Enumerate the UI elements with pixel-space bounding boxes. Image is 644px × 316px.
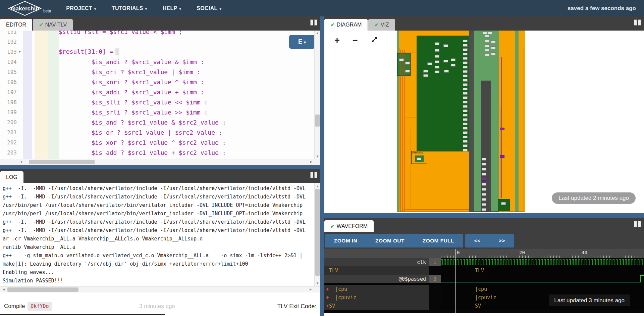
zoom-out-icon[interactable]: − <box>353 35 358 45</box>
scroll-up-icon[interactable]: ▲ <box>315 184 320 188</box>
scroll-left-icon[interactable]: ◄ <box>19 160 23 164</box>
navbar: makerchip beta PROJECT▾TUTORIALS▾HELP▾SO… <box>0 0 644 16</box>
scroll-down-icon[interactable]: ▼ <box>315 281 320 285</box>
zoom-in-icon[interactable]: + <box>334 35 340 45</box>
scroll-right-icon[interactable]: ► <box>309 287 312 291</box>
log-horizontal-scrollbar[interactable]: ◄ ► <box>0 286 320 292</box>
logic-cell-chip <box>463 75 468 77</box>
tab-log[interactable]: LOG <box>0 171 23 183</box>
log-line: g++ -I. -MMD -I/usr/local/share/verilato… <box>3 226 313 235</box>
logic-cell-chip <box>463 118 468 121</box>
scroll-left-icon[interactable]: ◄ <box>2 287 5 291</box>
expand-plus-icon[interactable]: + <box>326 286 329 292</box>
logic-cell-chip <box>463 140 468 143</box>
scope-plot-label: |cpu <box>475 286 487 292</box>
tab-viz[interactable]: ✔ VIZ <box>368 19 395 31</box>
ruler-ticks <box>441 256 644 258</box>
chevron-down-icon: ▾ <box>220 7 222 11</box>
log-output[interactable]: g++ -I. -MMD -I/usr/local/share/verilato… <box>0 183 320 286</box>
code-line: 193▾$result[31:0] = <box>0 47 314 57</box>
wave-row-cpu[interactable]: +|cpu|cpu <box>324 285 644 293</box>
log-vertical-scrollbar[interactable]: ▲ ▼ <box>314 183 320 286</box>
zoom-full-button[interactable]: ZOOM FULL <box>414 234 463 247</box>
tab-diagram[interactable]: ✔ DIAGRAM <box>324 19 368 31</box>
logic-cell-chip <box>463 109 468 112</box>
scroll-down-icon[interactable]: ▼ <box>315 154 320 158</box>
logic-cell-chip <box>463 40 468 42</box>
circuit-diagram-canvas[interactable]: /imem[9:0] <box>397 31 525 212</box>
logic-cell-chip <box>463 66 468 69</box>
wave-row-clk[interactable]: clk1 <box>324 258 644 266</box>
waveform-last-updated-badge: Last updated 3 minutes ago <box>549 295 630 306</box>
logic-cell-chip <box>444 70 449 73</box>
diagram-last-updated-badge: Last updated 2 minutes ago <box>552 192 636 204</box>
logic-cell-chip <box>463 131 468 134</box>
editor-vscroll-thumb[interactable] <box>315 115 320 127</box>
expand-plus-icon[interactable]: + <box>326 295 329 300</box>
panel-vertical-divider[interactable] <box>320 16 324 316</box>
log-vscroll-thumb[interactable] <box>315 189 320 276</box>
editor-horizontal-scrollbar[interactable]: ◄ ► <box>0 159 320 165</box>
logic-cell-chip <box>435 55 439 58</box>
pan-left-button[interactable]: << <box>465 234 490 247</box>
compile-id-chip[interactable]: DkfYDo <box>28 302 52 311</box>
expand-plus-icon[interactable]: + <box>326 303 329 309</box>
fold-caret-icon[interactable]: ▾ <box>17 50 23 54</box>
time-cursor[interactable] <box>455 249 456 313</box>
diagram-waveform-divider[interactable] <box>324 213 644 218</box>
tab-waveform[interactable]: ✔ WAVEFORM <box>324 220 374 232</box>
menu-project[interactable]: PROJECT▾ <box>66 5 96 11</box>
split-columns-icon[interactable] <box>310 19 317 26</box>
editor-log-divider[interactable] <box>0 165 320 169</box>
code-line: 200 $is_and ? $src1_value & $src2_value … <box>0 117 314 127</box>
menu-social[interactable]: SOCIAL▾ <box>197 5 221 11</box>
split-columns-icon[interactable] <box>310 172 317 178</box>
pan-right-button[interactable]: >> <box>490 234 514 247</box>
tab-nav-tlv[interactable]: ✔ NAV-TLV <box>33 19 73 31</box>
tab-editor[interactable]: EDITOR <box>0 19 32 31</box>
makerchip-logo[interactable]: makerchip beta <box>7 1 51 16</box>
code-editor[interactable]: 191$sltiu_rslt = $src1_value < $imm ;192… <box>0 31 320 159</box>
logic-cell-chip <box>485 49 490 52</box>
expand-icon[interactable] <box>371 35 378 45</box>
menu-tutorials[interactable]: TUTORIALS▾ <box>112 5 147 11</box>
logic-cell-chip-selected <box>500 128 504 130</box>
logic-cell-chip <box>451 58 455 61</box>
zoom-in-button[interactable]: ZOOM IN <box>325 234 366 247</box>
split-columns-icon[interactable] <box>634 221 641 227</box>
signal-value: 1 <box>429 258 441 266</box>
check-icon: ✔ <box>330 223 335 229</box>
waveform-viewer[interactable]: 02040 clk1-TLVTLV@0$passed0+|cpu|cpu+|cp… <box>324 249 644 313</box>
scroll-right-icon[interactable]: ► <box>310 160 313 164</box>
split-columns-icon[interactable] <box>634 19 641 26</box>
logic-cell-chip <box>463 149 468 151</box>
editor-vertical-scrollbar[interactable]: ▲ ▼ <box>314 31 320 159</box>
editor-hscroll-thumb[interactable] <box>29 160 95 164</box>
menu-help[interactable]: HELP▾ <box>163 5 181 11</box>
log-hscroll-thumb[interactable] <box>7 287 78 292</box>
log-line: g++ -I. -MMD -I/usr/local/share/verilato… <box>3 193 313 201</box>
compile-label: Compile <box>4 303 25 310</box>
signal-name: |cpuviz <box>335 295 356 301</box>
main-logic-block <box>417 36 469 151</box>
wire <box>405 50 405 212</box>
code-line: 194 $is_andi ? $src1_value & $imm : <box>0 57 314 67</box>
log-panel: LOG g++ -I. -MMD -I/usr/local/share/veri… <box>0 169 320 316</box>
scroll-up-icon[interactable]: ▲ <box>315 31 320 35</box>
chevron-down-icon: ▾ <box>94 7 96 11</box>
wave-row-tlv[interactable]: -TLVTLV <box>324 266 644 275</box>
zoom-out-button[interactable]: ZOOM OUT <box>366 234 414 247</box>
logic-cell-chip <box>482 173 486 176</box>
log-line: g++ -I. -MMD -I/usr/local/share/verilato… <box>3 184 313 193</box>
logic-cell-chip <box>463 144 468 147</box>
collapse-minus-icon[interactable]: - <box>326 268 329 273</box>
logic-cell-chip <box>463 70 468 73</box>
diagram-tabbar: ✔ DIAGRAM ✔ VIZ <box>324 16 644 31</box>
logic-cell-chip <box>405 62 410 64</box>
inner-dark-column <box>481 81 491 212</box>
check-icon: ✔ <box>374 22 379 28</box>
logic-cell-chip <box>435 71 439 73</box>
logic-cell-chip <box>463 127 468 130</box>
editor-e-dropdown-button[interactable]: E▾ <box>289 35 315 49</box>
compile-timestamp: 3 minutes ago <box>139 303 175 310</box>
